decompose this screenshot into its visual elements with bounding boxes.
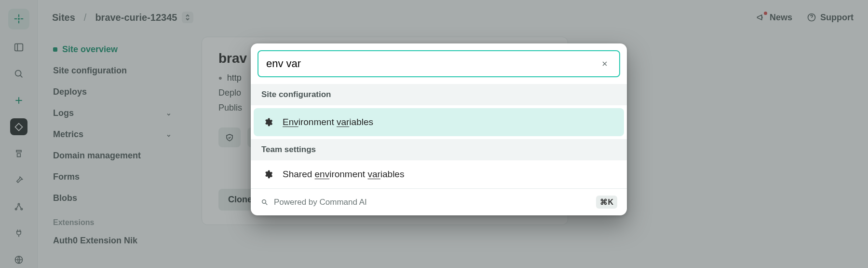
palette-footer: Powered by Command AI ⌘K: [251, 188, 627, 215]
palette-search-input[interactable]: [266, 57, 598, 70]
command-palette: Site configuration Environment variables…: [251, 43, 627, 215]
gear-icon: [263, 169, 273, 179]
palette-result-label: Environment variables: [283, 117, 373, 127]
gear-icon: [263, 117, 273, 127]
palette-result-shared-env-vars[interactable]: Shared environment variables: [251, 160, 627, 188]
palette-result-env-vars[interactable]: Environment variables: [254, 108, 624, 136]
clear-icon[interactable]: [598, 57, 611, 71]
palette-search[interactable]: [258, 50, 620, 77]
palette-shortcut: ⌘K: [596, 196, 617, 209]
palette-group-site-config: Site configuration: [251, 84, 627, 105]
palette-group-team-settings: Team settings: [251, 139, 627, 160]
palette-result-label: Shared environment variables: [283, 169, 404, 180]
app-root: Sites / brave-curie-12345 News: [0, 0, 868, 268]
palette-footer-label: Powered by Command AI: [274, 197, 367, 207]
sparkle-icon: [260, 198, 269, 207]
svg-point-10: [262, 199, 266, 203]
